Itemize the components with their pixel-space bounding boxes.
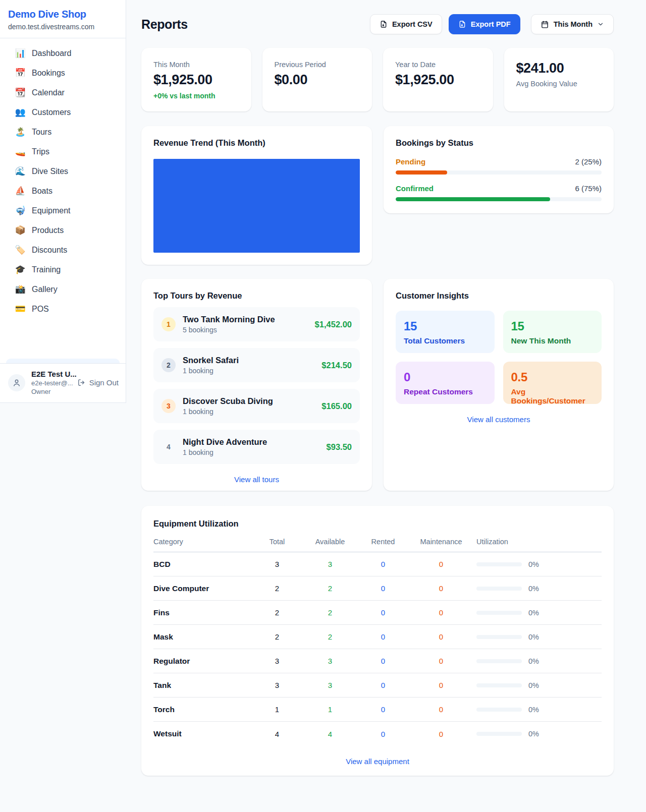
equipment-rented: 0 [360,608,406,617]
equipment-maintenance: 0 [406,560,476,568]
sidebar-item-label: Tours [32,128,51,137]
customers-icon: 👥 [15,107,26,118]
equipment-rented: 0 [360,632,406,641]
sidebar-item-products[interactable]: 📦Products [0,220,126,240]
utilization-track [476,611,522,615]
equipment-maintenance: 0 [406,657,476,665]
tour-name: Two Tank Morning Dive [183,315,275,324]
insight-tile-total-customers: 15 Total Customers [396,311,495,353]
sidebar-item-gallery[interactable]: 📸Gallery [0,279,126,299]
equipment-category: Torch [153,705,254,714]
table-row: Torch 1 1 0 0 0% [153,698,602,722]
sidebar-item-label: Dive Sites [32,167,68,176]
chevron-down-icon [597,21,604,28]
equipment-category: Tank [153,681,254,690]
stat-card-this-month: This Month $1,925.00 +0% vs last month [141,48,251,111]
sidebar-item-label: Equipment [32,206,71,215]
view-all-customers-link[interactable]: View all customers [396,415,602,424]
bookings-by-status-card: Bookings by Status Pending 2 (25%) Confi… [384,126,614,213]
period-label: This Month [554,20,593,28]
diving-mask-icon: 🤿 [15,205,26,216]
tour-bookings: 5 bookings [183,326,275,334]
stat-value: $241.00 [516,61,602,76]
utilization-cell: 0% [476,730,602,738]
sidebar-item-training[interactable]: 🎓Training [0,260,126,279]
equipment-maintenance: 0 [406,584,476,593]
sidebar-item-label: Gallery [32,285,58,294]
table-row: Wetsuit 4 4 0 0 0% [153,722,602,746]
stat-label: Avg Booking Value [516,80,602,88]
insights-row: Top Tours by Revenue 1 Two Tank Morning … [141,279,614,491]
utilization-percent: 0% [528,609,539,617]
equipment-maintenance: 0 [406,705,476,714]
equipment-total: 4 [254,730,300,738]
sidebar-item-equipment[interactable]: 🤿Equipment [0,201,126,220]
sidebar-item-bookings[interactable]: 📅Bookings [0,63,126,83]
sidebar-item-dive-sites[interactable]: 🌊Dive Sites [0,161,126,181]
sidebar-item-tours[interactable]: 🏝️Tours [0,122,126,142]
main-content: Reports Export CSV Export PDF This Month [141,0,614,776]
column-header-utilization: Utilization [476,538,602,546]
customer-insights-title: Customer Insights [396,291,602,301]
stat-change: +0% vs last month [153,92,239,100]
file-export-icon [380,20,388,28]
tour-name: Night Dive Adventure [183,437,267,447]
bookings-by-status-title: Bookings by Status [396,138,602,148]
period-dropdown[interactable]: This Month [531,14,614,34]
equipment-utilization-card: Equipment Utilization Category Total Ava… [141,506,614,776]
export-pdf-button[interactable]: Export PDF [449,14,520,34]
status-row-confirmed: Confirmed 6 (75%) [396,184,602,201]
sidebar-item-calendar[interactable]: 📆Calendar [0,83,126,102]
insight-tile-new-this-month: 15 New This Month [503,311,602,353]
tour-name: Discover Scuba Diving [183,396,273,406]
insight-label: Repeat Customers [404,387,487,396]
equipment-category: Mask [153,632,254,642]
tag-icon: 🏷️ [15,245,26,255]
progress-fill [396,197,550,201]
sidebar-item-pos[interactable]: 💳POS [0,299,126,319]
equipment-total: 2 [254,632,300,641]
sidebar-item-trips[interactable]: 🚤Trips [0,142,126,161]
sign-out-button[interactable]: Sign Out [77,378,119,387]
sidebar-item-label: Calendar [32,88,65,97]
sidebar-item-customers[interactable]: 👥Customers [0,102,126,122]
insight-value: 15 [511,319,594,333]
sidebar-item-dashboard[interactable]: 📊Dashboard [0,43,126,63]
equipment-maintenance: 0 [406,632,476,641]
sidebar-item-boats[interactable]: ⛵Boats [0,181,126,201]
sidebar-item-reports-partial[interactable] [6,359,120,363]
column-header-category: Category [153,538,254,546]
stat-card-previous-period: Previous Period $0.00 [262,48,372,111]
sidebar-item-label: Products [32,226,64,235]
equipment-rented: 0 [360,657,406,665]
stat-card-avg-booking-value: $241.00 Avg Booking Value [504,48,614,111]
shop-domain: demo.test.divestreams.com [8,23,118,31]
brand: Demo Dive Shop demo.test.divestreams.com [0,0,126,38]
sailboat-icon: ⛵ [15,186,26,196]
rank-badge: 3 [162,399,176,413]
equipment-available: 2 [300,584,360,593]
tour-row: 4 Night Dive Adventure1 booking $93.50 [153,430,360,464]
top-tours-card: Top Tours by Revenue 1 Two Tank Morning … [141,279,372,491]
rank-badge: 4 [162,440,176,454]
sidebar-item-label: Boats [32,187,52,196]
tour-name: Snorkel Safari [183,356,239,365]
table-row: Fins 2 2 0 0 0% [153,601,602,625]
status-row-pending: Pending 2 (25%) [396,157,602,175]
stat-label: Previous Period [275,61,360,69]
sign-out-icon [77,378,86,387]
file-export-icon [458,20,466,28]
export-csv-label: Export CSV [392,20,433,28]
view-all-equipment-link[interactable]: View all equipment [153,757,602,766]
sidebar-item-discounts[interactable]: 🏷️Discounts [0,240,126,260]
table-row: Mask 2 2 0 0 0% [153,625,602,649]
view-all-tours-link[interactable]: View all tours [153,475,360,484]
user-icon [12,378,21,387]
island-icon: 🏝️ [15,127,26,137]
stat-label: This Month [153,61,239,69]
tour-row: 2 Snorkel Safari1 booking $214.50 [153,348,360,382]
export-csv-button[interactable]: Export CSV [370,14,442,34]
utilization-cell: 0% [476,633,602,641]
table-row: Dive Computer 2 2 0 0 0% [153,576,602,601]
top-tours-title: Top Tours by Revenue [153,291,360,301]
